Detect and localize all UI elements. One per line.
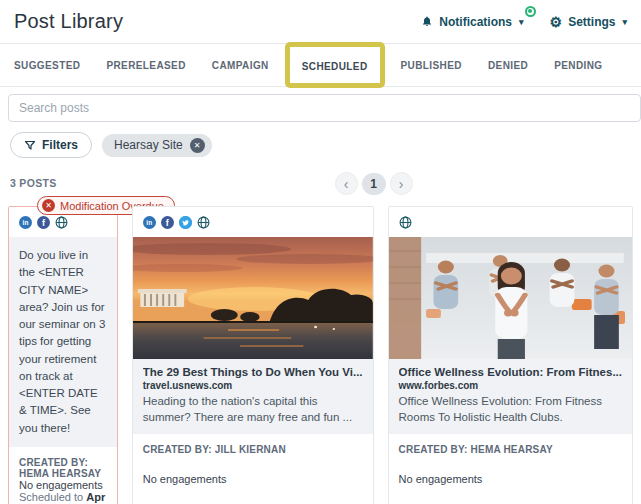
- globe-icon: [399, 216, 412, 229]
- chevron-down-icon: ▾: [519, 17, 524, 27]
- post-card-office-wellness[interactable]: Office Wellness Evolution: From Fitnes..…: [388, 206, 633, 504]
- status-indicator-dot: [525, 6, 536, 17]
- current-page-indicator[interactable]: 1: [362, 173, 386, 195]
- page-title: Post Library: [14, 10, 123, 33]
- tab-prereleased[interactable]: PRERELEASED: [106, 60, 185, 71]
- previous-page-button[interactable]: ‹: [335, 172, 358, 195]
- link-title[interactable]: Office Wellness Evolution: From Fitnes..…: [399, 366, 622, 378]
- tab-pending[interactable]: PENDING: [554, 60, 602, 71]
- post-card-footer: CREATED BY: JILL KIERNAN No engagements …: [133, 434, 373, 504]
- network-icons: in f: [133, 207, 373, 237]
- pagination: ‹ 1 ›: [335, 172, 413, 195]
- filters-button[interactable]: Filters: [10, 132, 92, 158]
- post-card-footer: CREATED BY: HEMA HEARSAY No engagements …: [9, 447, 117, 504]
- gear-icon: ⚙: [550, 15, 563, 29]
- settings-menu[interactable]: ⚙ Settings ▾: [550, 15, 627, 29]
- chevron-down-icon: ▾: [622, 17, 627, 27]
- globe-icon: [197, 216, 210, 229]
- created-by: CREATED BY: HEMA HEARSAY: [399, 444, 622, 455]
- notifications-menu[interactable]: Notifications ▾: [421, 15, 523, 29]
- posts-count: 3 POSTS: [10, 177, 56, 189]
- header-actions: Notifications ▾ ⚙ Settings ▾: [421, 15, 627, 29]
- tab-suggested[interactable]: SUGGESTED: [14, 60, 80, 71]
- results-row: 3 POSTS ‹ 1 ›: [0, 172, 641, 196]
- link-source: travel.usnews.com: [143, 380, 363, 391]
- chip-label: Hearsay Site: [114, 138, 183, 152]
- header: Post Library Notifications ▾ ⚙ Settings …: [0, 0, 641, 44]
- filters-label: Filters: [42, 138, 78, 152]
- search-bar: [8, 94, 641, 122]
- created-by: CREATED BY: HEMA HEARSAY: [19, 457, 107, 479]
- post-grid: ✕ Modification Overdue in f Do you live …: [8, 206, 633, 504]
- active-tab-highlight: SCHEDULED: [285, 42, 385, 88]
- remove-filter-icon[interactable]: ✕: [190, 138, 205, 153]
- tab-bar: SUGGESTED PRERELEASED CAMPAIGN SCHEDULED…: [0, 44, 641, 87]
- post-card-seminar[interactable]: ✕ Modification Overdue in f Do you live …: [8, 206, 118, 504]
- engagements: No engagements: [399, 473, 622, 485]
- post-library-page: Post Library Notifications ▾ ⚙ Settings …: [0, 0, 641, 504]
- link-title[interactable]: The 29 Best Things to Do When You Vi...: [143, 366, 363, 378]
- post-image-dc-sunset: [133, 237, 373, 359]
- settings-label: Settings: [568, 15, 615, 29]
- filter-chip-hearsay-site[interactable]: Hearsay Site ✕: [102, 134, 212, 157]
- link-description: Office Wellness Evolution: From Fitness …: [399, 393, 622, 425]
- filters-row: Filters Hearsay Site ✕: [10, 132, 641, 158]
- engagements: No engagements: [19, 479, 107, 491]
- link-preview: The 29 Best Things to Do When You Vi... …: [133, 359, 373, 434]
- search-input[interactable]: [8, 94, 641, 122]
- chevron-right-icon: ›: [399, 176, 404, 192]
- globe-icon: [55, 216, 68, 229]
- tab-published[interactable]: PUBLISHED: [401, 60, 462, 71]
- post-image-office-stretching: [389, 237, 632, 359]
- next-page-button[interactable]: ›: [390, 172, 413, 195]
- link-description: Heading to the nation's capital this sum…: [143, 393, 363, 425]
- engagements: No engagements: [143, 473, 363, 485]
- bell-icon: [421, 15, 433, 28]
- link-source: www.forbes.com: [399, 380, 622, 391]
- tab-campaign[interactable]: CAMPAIGN: [212, 60, 269, 71]
- post-message: Do you live in the <ENTER CITY NAME> are…: [9, 237, 117, 447]
- funnel-icon: [24, 139, 36, 151]
- network-icons: [389, 207, 632, 237]
- notifications-label: Notifications: [439, 15, 512, 29]
- chevron-left-icon: ‹: [344, 176, 349, 192]
- twitter-icon: [179, 216, 192, 229]
- linkedin-icon: in: [143, 216, 156, 229]
- scheduled-prefix: Scheduled to: [19, 491, 83, 503]
- post-card-dc-travel[interactable]: in f: [132, 206, 374, 504]
- link-preview: Office Wellness Evolution: From Fitnes..…: [389, 359, 632, 434]
- facebook-icon: f: [161, 216, 174, 229]
- facebook-icon: f: [37, 216, 50, 229]
- post-card-footer: CREATED BY: HEMA HEARSAY No engagements …: [389, 434, 632, 504]
- created-by: CREATED BY: JILL KIERNAN: [143, 444, 363, 455]
- linkedin-icon: in: [19, 216, 32, 229]
- error-circle-icon: ✕: [42, 199, 55, 212]
- tab-scheduled[interactable]: SCHEDULED: [302, 61, 368, 72]
- tab-denied[interactable]: DENIED: [488, 60, 528, 71]
- scheduled-line: Scheduled toApr 7, 2022, 8:00 AM: [19, 491, 107, 504]
